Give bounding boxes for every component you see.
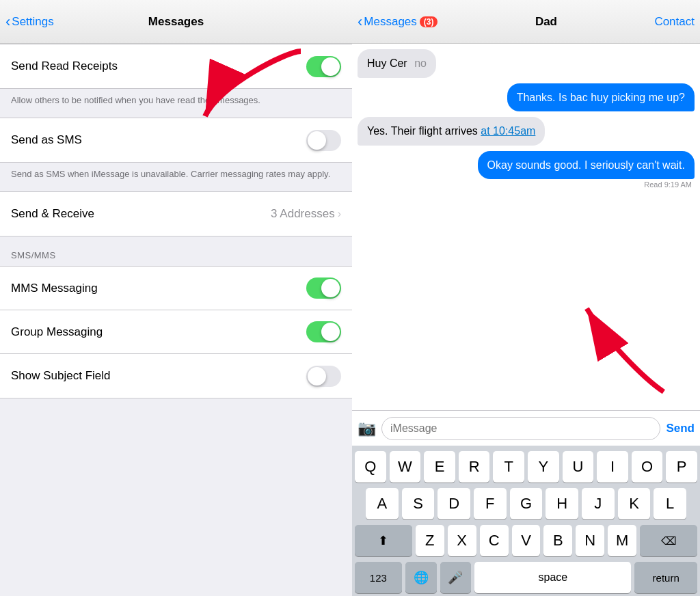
mms-messaging-toggle[interactable] xyxy=(306,277,341,299)
key-C[interactable]: C xyxy=(480,525,509,556)
key-T[interactable]: T xyxy=(493,451,524,483)
key-J[interactable]: J xyxy=(582,488,615,519)
message-huy-cer: Huy Cer no xyxy=(358,49,695,78)
settings-nav-bar: ‹ Settings Messages xyxy=(0,0,352,44)
mms-messaging-row: MMS Messaging xyxy=(0,267,352,310)
send-as-sms-row: Send as SMS xyxy=(0,118,352,162)
toggle-knob-group xyxy=(321,323,340,341)
keyboard: Q W E R T Y U I O P A S D F G H J K L ⬆ … xyxy=(352,446,700,596)
key-Z[interactable]: Z xyxy=(416,525,444,556)
send-read-receipts-row: Send Read Receipts xyxy=(0,44,352,88)
message-okay: Okay sounds good. I seriously can't wait… xyxy=(358,151,695,189)
group-messaging-toggle[interactable] xyxy=(306,321,341,342)
toggle-knob-subject xyxy=(308,367,326,385)
key-Y[interactable]: Y xyxy=(528,451,559,483)
send-receive-value: 3 Addresses › xyxy=(271,207,341,221)
mms-messaging-label: MMS Messaging xyxy=(11,282,98,295)
key-L[interactable]: L xyxy=(654,488,686,519)
settings-content: Send Read Receipts Allow others to be no… xyxy=(0,44,352,596)
messages-count-badge: (3) xyxy=(420,16,438,27)
keyboard-row-3: ⬆ Z X C V B N M ⌫ xyxy=(355,525,697,556)
message-text-flight: Yes. Their flight arrives xyxy=(367,125,481,137)
send-read-receipts-toggle[interactable] xyxy=(306,56,341,77)
back-chevron-icon: ‹ xyxy=(5,13,10,31)
message-bubble-incoming-flight: Yes. Their flight arrives at 10:45am xyxy=(358,117,545,146)
send-receive-section: Send & Receive 3 Addresses › xyxy=(0,191,352,236)
show-subject-field-toggle[interactable] xyxy=(306,366,341,387)
settings-back-button[interactable]: ‹ Settings xyxy=(5,13,54,31)
send-receive-label: Send & Receive xyxy=(11,207,94,221)
key-P[interactable]: P xyxy=(666,451,697,483)
messages-content: Huy Cer no Thanks. Is bac huy picking me… xyxy=(352,44,700,410)
key-shift[interactable]: ⬆ xyxy=(355,525,412,556)
sms-mms-section: MMS Messaging Group Messaging Show Subje… xyxy=(0,266,352,398)
sms-mms-header: SMS/MMS xyxy=(0,236,352,266)
key-U[interactable]: U xyxy=(563,451,594,483)
keyboard-row-2: A S D F G H J K L xyxy=(355,488,697,519)
key-H[interactable]: H xyxy=(546,488,578,519)
message-input[interactable] xyxy=(381,417,660,440)
send-read-receipts-label: Send Read Receipts xyxy=(11,59,118,73)
message-bubble-outgoing-okay: Okay sounds good. I seriously can't wait… xyxy=(478,151,695,180)
key-E[interactable]: E xyxy=(424,451,455,483)
key-O[interactable]: O xyxy=(632,451,663,483)
message-input-bar: 📷 Send xyxy=(352,410,700,446)
message-thanks: Thanks. Is bac huy picking me up? xyxy=(358,83,695,112)
message-text: Huy Cer xyxy=(367,57,407,69)
send-read-receipts-description: Allow others to be notified when you hav… xyxy=(0,89,352,118)
toggle-knob-mms xyxy=(321,279,340,297)
key-I[interactable]: I xyxy=(597,451,628,483)
send-button[interactable]: Send xyxy=(666,422,695,435)
messages-back-label: Messages xyxy=(364,15,416,29)
camera-icon[interactable]: 📷 xyxy=(358,420,376,437)
toggle-knob-sms xyxy=(308,131,326,150)
key-A[interactable]: A xyxy=(366,488,399,519)
toggle-knob xyxy=(321,57,340,76)
settings-title: Messages xyxy=(148,15,204,29)
flight-link[interactable]: at 10:45am xyxy=(481,125,535,137)
settings-back-label: Settings xyxy=(12,15,53,29)
key-F[interactable]: F xyxy=(474,488,507,519)
key-mic[interactable]: 🎤 xyxy=(440,562,472,593)
key-W[interactable]: W xyxy=(390,451,421,483)
message-bubble-outgoing-thanks: Thanks. Is bac huy picking me up? xyxy=(507,83,695,112)
send-as-sms-description: Send as SMS when iMessage is unavailable… xyxy=(0,163,352,191)
message-text-thanks: Thanks. Is bac huy picking me up? xyxy=(517,92,685,103)
key-space[interactable]: space xyxy=(474,562,631,593)
message-suffix: no xyxy=(414,57,427,69)
key-M[interactable]: M xyxy=(608,525,636,556)
key-R[interactable]: R xyxy=(459,451,490,483)
key-return[interactable]: return xyxy=(634,562,697,593)
key-X[interactable]: X xyxy=(448,525,476,556)
message-text-okay: Okay sounds good. I seriously can't wait… xyxy=(487,159,685,171)
send-as-sms-label: Send as SMS xyxy=(11,133,82,147)
key-K[interactable]: K xyxy=(618,488,651,519)
key-B[interactable]: B xyxy=(543,525,572,556)
show-subject-field-row: Show Subject Field xyxy=(0,354,352,398)
keyboard-row-1: Q W E R T Y U I O P xyxy=(355,451,697,483)
key-123[interactable]: 123 xyxy=(355,562,402,593)
messages-back-button[interactable]: ‹ Messages (3) xyxy=(358,13,438,31)
key-V[interactable]: V xyxy=(512,525,541,556)
send-as-sms-toggle[interactable] xyxy=(306,130,341,151)
group-messaging-row: Group Messaging xyxy=(0,310,352,354)
send-receive-count: 3 Addresses xyxy=(271,207,335,221)
key-G[interactable]: G xyxy=(510,488,543,519)
group-messaging-label: Group Messaging xyxy=(11,325,103,339)
chevron-right-icon: › xyxy=(338,208,341,220)
key-globe[interactable]: 🌐 xyxy=(405,562,437,593)
key-D[interactable]: D xyxy=(438,488,470,519)
send-receive-row[interactable]: Send & Receive 3 Addresses › xyxy=(0,192,352,236)
message-read-status: Read 9:19 AM xyxy=(644,180,695,189)
show-subject-field-label: Show Subject Field xyxy=(11,369,111,383)
send-read-receipts-section: Send Read Receipts xyxy=(0,44,352,89)
key-N[interactable]: N xyxy=(576,525,604,556)
keyboard-bottom-row: 123 🌐 🎤 space return xyxy=(355,562,697,593)
messages-panel: ‹ Messages (3) Dad Contact Huy Cer no Th… xyxy=(352,0,700,596)
key-S[interactable]: S xyxy=(402,488,435,519)
contact-button[interactable]: Contact xyxy=(654,15,695,29)
messages-back-chevron-icon: ‹ xyxy=(358,13,362,31)
key-Q[interactable]: Q xyxy=(355,451,386,483)
message-bubble-incoming: Huy Cer no xyxy=(358,49,436,78)
key-delete[interactable]: ⌫ xyxy=(640,525,697,556)
